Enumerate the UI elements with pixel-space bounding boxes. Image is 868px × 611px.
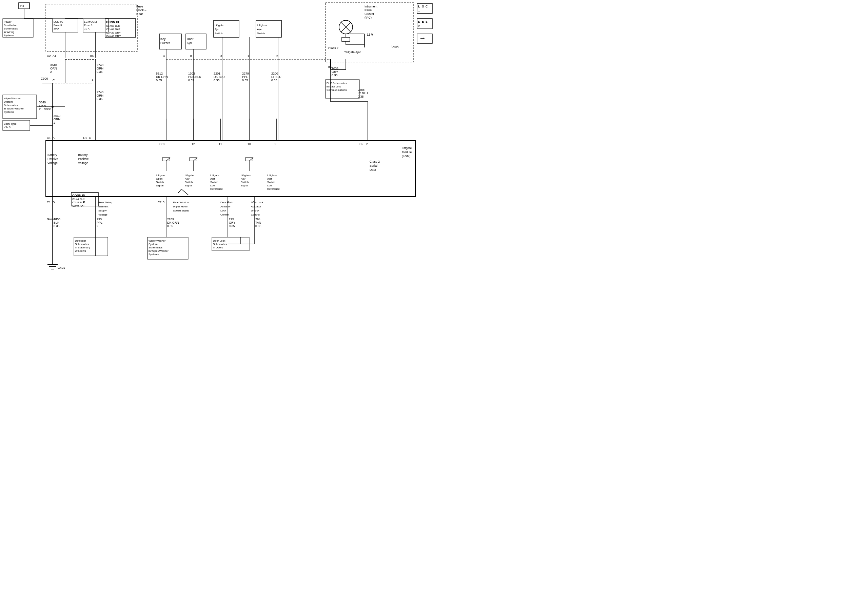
svg-text:Reference: Reference [267,187,280,190]
key-buzzer-label: Key [160,37,166,41]
svg-text:CONN ID: CONN ID [106,20,119,24]
svg-text:Low: Low [267,184,272,187]
svg-text:Control: Control [251,213,260,216]
svg-text:E: E [422,20,424,23]
svg-text:C1: C1 [83,136,87,139]
svg-text:Element: Element [98,205,108,208]
svg-text:C: C [163,54,165,57]
svg-text:in Wiper/Washer: in Wiper/Washer [4,107,24,110]
svg-text:Schematics: Schematics [75,243,89,246]
svg-text:Switch: Switch [241,181,249,184]
svg-text:0.35: 0.35 [97,97,103,101]
svg-text:PNK/BLK: PNK/BLK [188,75,201,79]
svg-text:9: 9 [274,142,276,146]
svg-text:C900: C900 [41,77,48,80]
svg-text:1550: 1550 [54,218,60,221]
svg-text:Rear: Rear [136,12,143,15]
svg-text:○: ○ [418,10,420,13]
svg-text:C: C [89,136,91,139]
svg-text:BLK: BLK [54,221,59,224]
svg-text:Data: Data [370,168,376,172]
svg-text:Ajar: Ajar [241,177,246,180]
tailgate-ajar-label: Tailgate Ajar [344,51,361,54]
svg-text:ORN: ORN [97,94,104,97]
svg-text:Wiper Motor: Wiper Motor [173,205,188,208]
svg-text:Schematics: Schematics [213,243,227,246]
svg-text:Systems: Systems [149,253,159,256]
svg-text:Low: Low [210,184,215,187]
svg-text:C3=32 GRY: C3=32 GRY [106,31,121,34]
svg-text:Supply: Supply [98,209,107,212]
svg-text:Ajar: Ajar [187,41,192,45]
svg-text:PPL: PPL [242,75,248,79]
svg-text:Fuse 3: Fuse 3 [54,24,62,27]
svg-text:0.35: 0.35 [332,74,338,77]
svg-text:3: 3 [163,201,164,204]
svg-text:3640: 3640 [50,63,57,67]
svg-text:in Stationary: in Stationary [75,246,90,249]
svg-text:S: S [426,20,428,23]
svg-text:C2=68 NAT: C2=68 NAT [106,28,120,31]
svg-text:0.35: 0.35 [54,224,60,228]
svg-text:System: System [149,243,158,246]
svg-text:System: System [4,100,13,104]
svg-text:LT BLU: LT BLU [358,91,368,95]
svg-text:C1=4 BLK: C1=4 BLK [72,198,85,201]
svg-text:2200: 2200 [271,72,278,75]
svg-text:(LGM): (LGM) [402,155,411,158]
svg-text:2: 2 [97,224,98,228]
svg-text:ORN: ORN [54,118,60,121]
svg-text:Liftgate: Liftgate [185,174,194,177]
svg-text:C3=9 NAT: C3=9 NAT [72,204,85,207]
svg-text:A: A [91,79,94,82]
svg-text:0.35: 0.35 [255,224,261,228]
svg-text:2201: 2201 [214,72,220,75]
svg-text:Block –: Block – [136,8,146,12]
svg-text:ORN: ORN [50,67,57,70]
svg-text:0.35: 0.35 [358,95,364,98]
svg-text:Switch: Switch [215,32,223,35]
svg-text:Actuator: Actuator [220,205,231,208]
svg-text:2: 2 [50,70,52,74]
svg-text:in Doors: in Doors [213,246,223,249]
svg-text:D: D [53,201,55,204]
svg-text:Communications: Communications [327,88,347,91]
wiper-washer-label: Wiper/Washer [4,97,21,100]
svg-text:11: 11 [219,142,222,146]
svg-text:Ajar: Ajar [267,177,272,180]
svg-text:Distribution: Distribution [4,24,17,27]
svg-text:0.35: 0.35 [156,79,162,82]
lgm-label: Liftgate [402,146,412,150]
svg-text:Rear Defog: Rear Defog [98,201,112,204]
wiper-washer2-label: Wiper/Washer [149,239,166,242]
ipc-label: Intrument [364,5,378,8]
svg-text:(IPC): (IPC) [364,16,372,19]
svg-text:Actuator: Actuator [251,205,261,208]
svg-text:0.35: 0.35 [242,79,248,82]
svg-text:Signal: Signal [241,184,248,187]
liftglass-ajar-switch-label: Liftglass [257,24,267,27]
svg-text:3640: 3640 [39,101,46,104]
svg-text:L: L [418,5,420,8]
svg-text:0.35: 0.35 [229,224,235,228]
svg-text:1303: 1303 [188,72,195,75]
svg-text:↑: ↑ [183,191,184,194]
svg-text:Lock: Lock [220,209,226,212]
svg-text:O: O [422,5,424,8]
svg-text:in Data Link: in Data Link [327,85,341,88]
svg-text:Switch: Switch [156,181,164,184]
class2-label: Class 2 [328,46,338,50]
logic-label: Logic [392,45,399,48]
svg-text:Module: Module [402,150,412,154]
svg-text:C2: C2 [158,201,162,204]
svg-text:Ajar: Ajar [215,28,220,31]
svg-text:C1: C1 [47,201,51,204]
svg-text:Positive: Positive [48,157,58,161]
body-type-label: Body Type [4,122,17,125]
power-dist-label: Power [4,20,11,23]
svg-text:Panel: Panel [364,8,372,12]
svg-text:GRY: GRY [229,221,235,224]
svg-text:Switch: Switch [210,181,219,184]
svg-text:2: 2 [54,121,55,124]
svg-text:D: D [418,20,420,23]
